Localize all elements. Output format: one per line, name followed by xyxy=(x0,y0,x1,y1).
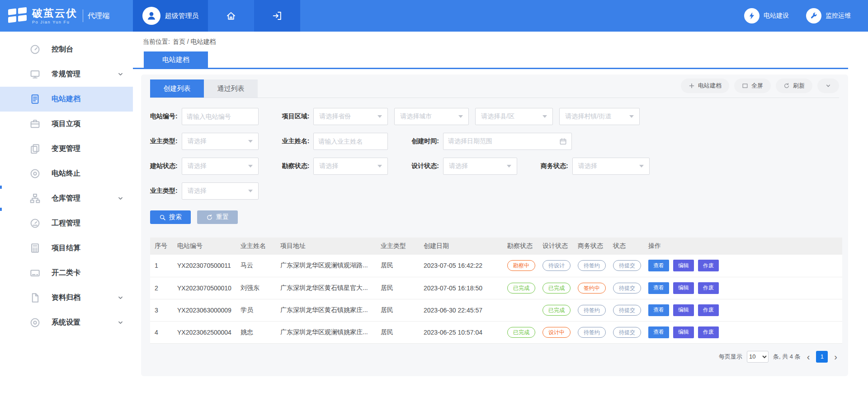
create-station-button[interactable]: 电站建档 xyxy=(681,79,729,93)
filter-form: 电站编号: 项目区域: 请选择省份 请选择城市 请选择县/区 xyxy=(150,98,839,224)
refresh-button[interactable]: 刷新 xyxy=(776,79,812,93)
search-button[interactable]: 搜索 xyxy=(150,210,191,224)
page-size-select[interactable]: 10 xyxy=(747,351,769,363)
created-date-cell: 2023-07-05 16:18:50 xyxy=(419,277,503,299)
edit-button[interactable]: 编辑 xyxy=(673,282,694,294)
row-index: 2 xyxy=(150,277,173,299)
date-range-input[interactable]: 请选择日期范围 xyxy=(443,133,572,150)
owner-name-input[interactable] xyxy=(313,133,388,150)
caret-down-icon xyxy=(377,165,382,168)
owner-type-select[interactable]: 请选择 xyxy=(182,133,259,150)
business-status-badge: 待签约 xyxy=(578,260,606,271)
design-status-select[interactable]: 请选择 xyxy=(443,158,517,175)
owner-name-cell: 姚忠 xyxy=(236,321,276,343)
void-button[interactable]: 作废 xyxy=(698,260,719,271)
chevron-down-icon xyxy=(117,71,124,78)
sidebar-item-general-management[interactable]: 常规管理 xyxy=(0,62,133,87)
edit-button[interactable]: 编辑 xyxy=(673,326,694,338)
view-button[interactable]: 查看 xyxy=(648,326,669,338)
select-placeholder: 请选择 xyxy=(319,162,338,170)
business-status-badge: 签约中 xyxy=(578,283,606,294)
survey-status-badge: 已完成 xyxy=(507,327,535,338)
toolbar-button-label: 全屏 xyxy=(751,82,763,90)
sidebar-menu: 控制台常规管理电站建档项目立项变更管理电站终止仓库管理工程管理项目结算开二类卡资… xyxy=(0,37,133,335)
sidebar-item-station-archive[interactable]: 电站建档 xyxy=(0,87,133,112)
table-row: 3YX2023063000009学员广东深圳龙华区黄石镇姚家庄...居民2023… xyxy=(150,299,842,321)
breadcrumb: 当前位置:首页 / 电站建档 xyxy=(133,32,868,51)
home-button[interactable] xyxy=(208,0,254,32)
sidebar: 控制台常规管理电站建档项目立项变更管理电站终止仓库管理工程管理项目结算开二类卡资… xyxy=(0,32,133,415)
column-header: 序号 xyxy=(150,238,173,255)
page-tab-underline xyxy=(133,68,848,69)
sitemap-icon xyxy=(30,193,40,204)
owner-type2-select[interactable]: 请选择 xyxy=(182,182,259,200)
sidebar-item-warehouse-management[interactable]: 仓库管理 xyxy=(0,186,133,211)
app-header: 破茧云伏 Po Jian Yun Fu 代理端 超级管理员 电站建设 监控运维 xyxy=(0,0,868,32)
sidebar-indicator xyxy=(0,186,2,189)
sidebar-item-project-initiation[interactable]: 项目立项 xyxy=(0,112,133,136)
street-select[interactable]: 请选择村镇/街道 xyxy=(559,108,640,125)
next-page-button[interactable]: › xyxy=(832,351,839,363)
reset-button[interactable]: 重置 xyxy=(197,210,238,224)
actions-cell: 查看编辑作废 xyxy=(644,255,842,277)
page-tab[interactable]: 电站建档 xyxy=(144,51,208,68)
caret-down-icon xyxy=(248,190,253,192)
tab-passed-list[interactable]: 通过列表 xyxy=(204,79,258,98)
document-icon xyxy=(30,94,40,104)
view-button[interactable]: 查看 xyxy=(648,282,669,294)
archive-icon xyxy=(30,293,40,303)
station-no-cell: YX2023063000009 xyxy=(173,299,236,321)
sidebar-item-system-settings[interactable]: 系统设置 xyxy=(0,310,133,335)
void-button[interactable]: 作废 xyxy=(698,326,719,338)
survey-status-select[interactable]: 请选择 xyxy=(313,158,388,175)
void-button[interactable]: 作废 xyxy=(698,282,719,294)
edit-button[interactable]: 编辑 xyxy=(673,260,694,271)
design-status-badge: 已完成 xyxy=(542,283,571,294)
monitor-ops-link[interactable]: 监控运维 xyxy=(806,0,851,32)
sidebar-item-station-termination[interactable]: 电站终止 xyxy=(0,161,133,186)
sidebar-item-label: 变更管理 xyxy=(52,144,80,154)
logout-button[interactable] xyxy=(254,0,300,32)
sidebar-item-label: 电站建档 xyxy=(52,94,80,104)
fullscreen-button[interactable]: 全屏 xyxy=(734,79,771,93)
business-status-select[interactable]: 请选择 xyxy=(572,158,650,175)
sidebar-item-change-management[interactable]: 变更管理 xyxy=(0,136,133,161)
sidebar-item-data-archive[interactable]: 资料归档 xyxy=(0,285,133,310)
station-build-link[interactable]: 电站建设 xyxy=(744,0,789,32)
user-menu[interactable]: 超级管理员 xyxy=(133,0,208,32)
refresh-icon xyxy=(783,83,790,89)
build-status-select[interactable]: 请选择 xyxy=(182,158,259,175)
more-button[interactable] xyxy=(817,79,839,93)
status-status-badge: 待提交 xyxy=(613,305,641,316)
search-icon xyxy=(159,214,166,221)
district-select[interactable]: 请选择县/区 xyxy=(475,108,553,125)
page-number[interactable]: 1 xyxy=(816,351,828,363)
survey-status-badge: 勘察中 xyxy=(507,260,535,271)
sidebar-item-project-settlement[interactable]: 项目结算 xyxy=(0,236,133,261)
sidebar-indicator xyxy=(0,208,2,211)
business-status-badge: 待签约 xyxy=(578,327,606,338)
prev-page-button[interactable]: ‹ xyxy=(805,351,812,363)
edit-button[interactable]: 编辑 xyxy=(673,304,694,316)
city-select[interactable]: 请选择城市 xyxy=(394,108,469,125)
tab-created-list[interactable]: 创建列表 xyxy=(150,79,204,98)
design-status-cell: 已完成 xyxy=(538,299,573,321)
created-date-cell: 2023-06-25 10:57:04 xyxy=(419,321,503,343)
view-button[interactable]: 查看 xyxy=(648,304,669,316)
design-status-cell: 设计中 xyxy=(538,321,573,343)
monitor-ops-label: 监控运维 xyxy=(826,12,851,20)
station-no-input[interactable] xyxy=(182,108,259,125)
person-icon xyxy=(146,10,157,21)
toolbar-button-label: 电站建档 xyxy=(698,82,722,90)
main-content: 当前位置:首页 / 电站建档 电站建档 创建列表通过列表 电站建档全屏刷新 电站… xyxy=(133,32,868,415)
address-cell: 广东深圳龙华区黄石镇星官大... xyxy=(276,277,376,299)
sidebar-item-label: 系统设置 xyxy=(52,318,80,327)
settings-icon xyxy=(30,317,40,328)
sidebar-item-console[interactable]: 控制台 xyxy=(0,37,133,62)
sidebar-item-type2-card[interactable]: 开二类卡 xyxy=(0,261,133,285)
region-label: 项目区域: xyxy=(282,112,310,121)
view-button[interactable]: 查看 xyxy=(648,260,669,271)
void-button[interactable]: 作废 xyxy=(698,304,719,316)
sidebar-item-engineering-management[interactable]: 工程管理 xyxy=(0,211,133,236)
province-select[interactable]: 请选择省份 xyxy=(313,108,388,125)
